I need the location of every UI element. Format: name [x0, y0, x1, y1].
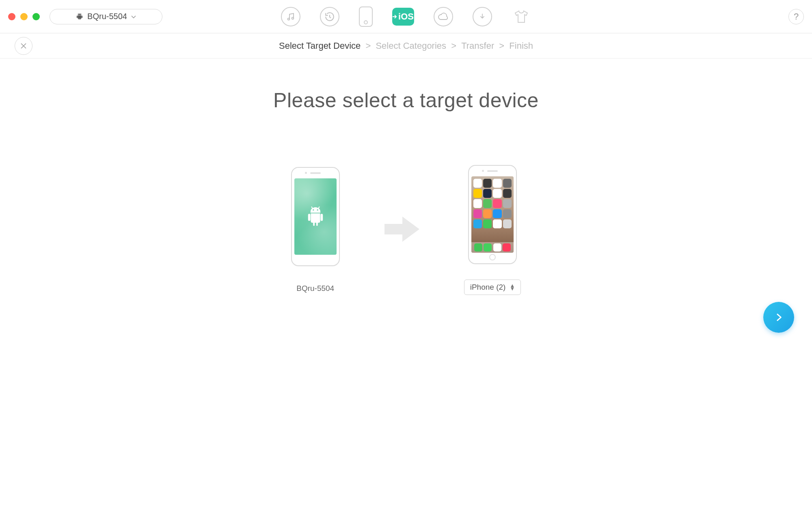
main-content: Please select a target device BQru-5504: [0, 89, 812, 516]
close-window-icon[interactable]: [8, 13, 15, 20]
device-row: BQru-5504 iPhone (2) ▲▼: [0, 165, 812, 295]
cloud-icon[interactable]: [434, 7, 453, 26]
top-toolbar: BQru-5504 iOS ?: [0, 0, 812, 33]
phone-speaker: [487, 170, 498, 172]
ios-app-icon: [473, 209, 482, 218]
move-to-ios-label: iOS: [398, 11, 414, 22]
ios-app-icon: [483, 199, 492, 208]
ios-app-icon: [503, 219, 512, 228]
svg-point-1: [292, 17, 294, 19]
up-down-icon: ▲▼: [510, 284, 515, 291]
source-device-dropdown-label: BQru-5504: [87, 12, 127, 21]
source-device-label: BQru-5504: [296, 284, 334, 293]
transfer-arrow-icon: [384, 215, 419, 245]
download-icon[interactable]: [473, 7, 492, 26]
android-icon: [76, 13, 83, 20]
chevron-down-icon: [131, 13, 136, 20]
source-device-column: BQru-5504: [291, 167, 340, 293]
history-icon[interactable]: [320, 7, 339, 26]
ios-app-icon: [473, 199, 482, 208]
ios-app-icon: [473, 189, 482, 198]
ios-app-icon: [493, 179, 501, 188]
zoom-window-icon[interactable]: [32, 13, 40, 20]
phone-camera-dot: [305, 172, 307, 174]
android-screen: [294, 178, 337, 255]
phone-camera-dot: [482, 170, 484, 172]
phone-speaker: [310, 172, 321, 174]
ios-app-icon: [503, 189, 512, 198]
breadcrumb-step-3: Transfer: [461, 41, 494, 51]
toolbar-mode-icons: iOS: [281, 7, 531, 27]
ios-dock-app-icon: [493, 243, 501, 251]
home-button-icon: [489, 254, 496, 260]
ios-app-icon: [483, 179, 492, 188]
next-button[interactable]: [763, 302, 794, 333]
ios-app-icon: [493, 189, 501, 198]
breadcrumb-step-2: Select Categories: [376, 41, 446, 51]
device-icon[interactable]: [359, 7, 373, 27]
ios-app-icon: [473, 179, 482, 188]
ios-app-icon: [483, 219, 492, 228]
close-button[interactable]: [15, 37, 32, 55]
breadcrumb-sep: >: [363, 41, 373, 51]
source-device-mockup: [291, 167, 340, 266]
theme-icon[interactable]: [512, 7, 531, 26]
breadcrumb-bar: Select Target Device > Select Categories…: [0, 33, 812, 59]
breadcrumb-step-1: Select Target Device: [279, 41, 361, 51]
ios-app-icon: [483, 209, 492, 218]
window-controls: [8, 13, 40, 20]
ios-dock-app-icon: [503, 243, 511, 251]
breadcrumb-sep: >: [497, 41, 507, 51]
source-device-dropdown[interactable]: BQru-5504: [50, 9, 162, 24]
target-device-mockup: [468, 165, 517, 264]
ios-app-icon: [493, 219, 501, 228]
move-to-ios-icon[interactable]: iOS: [392, 8, 414, 26]
ios-app-icon: [493, 209, 501, 218]
page-title: Please select a target device: [0, 89, 812, 112]
ios-app-icon: [483, 189, 492, 198]
android-robot-icon: [306, 206, 325, 228]
help-icon: ?: [794, 11, 799, 22]
help-button[interactable]: ?: [788, 9, 804, 24]
ios-app-icon: [493, 199, 501, 208]
minimize-window-icon[interactable]: [20, 13, 28, 20]
music-icon[interactable]: [281, 7, 300, 26]
breadcrumb-sep: >: [449, 41, 459, 51]
svg-point-0: [288, 18, 290, 20]
target-device-dropdown[interactable]: iPhone (2) ▲▼: [464, 280, 521, 295]
ios-app-icon: [503, 199, 512, 208]
target-device-dropdown-label: iPhone (2): [470, 283, 506, 292]
ios-home-screen: [471, 176, 514, 253]
breadcrumb-step-4: Finish: [509, 41, 533, 51]
ios-app-icon: [503, 209, 512, 218]
ios-dock-app-icon: [484, 243, 492, 251]
ios-app-icon: [473, 219, 482, 228]
ios-app-icon: [503, 179, 512, 188]
ios-dock-app-icon: [474, 243, 482, 251]
target-device-column: iPhone (2) ▲▼: [464, 165, 521, 295]
